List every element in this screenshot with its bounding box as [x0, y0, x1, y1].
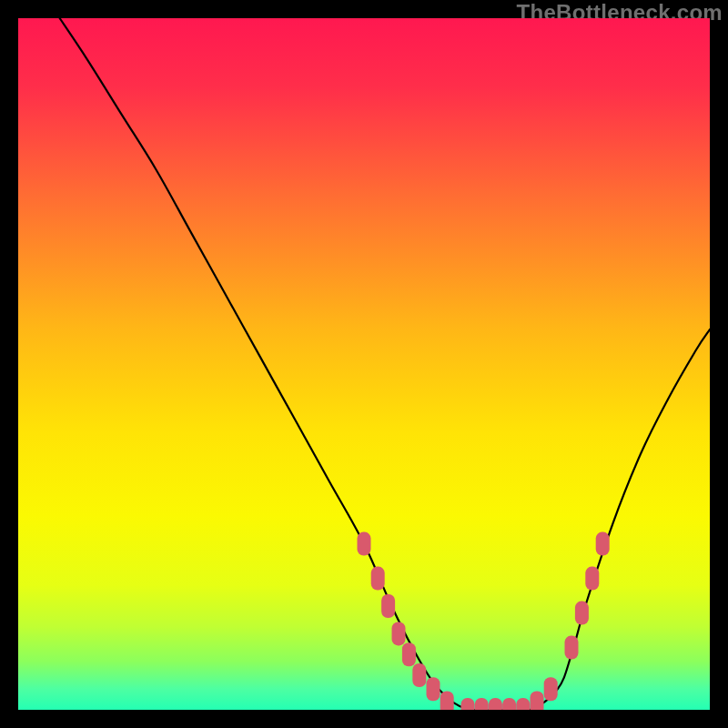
highlight-dot — [596, 532, 610, 556]
highlight-dot — [358, 532, 371, 556]
highlight-dot — [461, 698, 475, 710]
highlight-dot — [585, 567, 599, 591]
highlight-dot — [531, 691, 544, 710]
plot-area — [18, 18, 710, 710]
marker-group — [358, 532, 610, 710]
highlight-dot — [440, 691, 454, 710]
highlight-dot — [502, 698, 516, 710]
highlight-dot — [544, 677, 558, 701]
plot-overlay — [18, 18, 710, 710]
highlight-dot — [475, 698, 489, 710]
highlight-dot — [575, 602, 589, 625]
highlight-dot — [516, 698, 530, 710]
highlight-dot — [427, 677, 440, 701]
highlight-dot — [489, 698, 502, 710]
highlight-dot — [392, 622, 406, 645]
highlight-dot — [565, 636, 579, 660]
chart-stage: TheBottleneck.com — [0, 0, 728, 728]
highlight-dot — [412, 663, 426, 687]
highlight-dot — [402, 642, 416, 666]
highlight-dot — [371, 567, 385, 591]
highlight-dot — [381, 594, 395, 618]
